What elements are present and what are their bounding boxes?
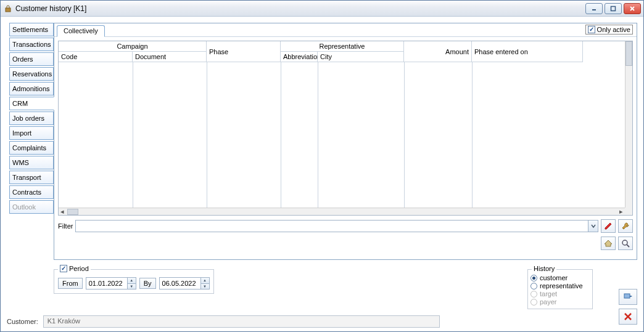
sidebar-item-label: CRM xyxy=(12,100,28,107)
history-group: History customer representative target p… xyxy=(527,269,593,309)
data-grid: Campaign Phase Representative Amount Pha… xyxy=(58,41,633,216)
window-title: Customer history [K1] xyxy=(15,4,86,13)
sidebar-item-transport[interactable]: Transport xyxy=(9,171,54,184)
sidebar-item-label: Reservations xyxy=(12,70,52,78)
svg-rect-0 xyxy=(6,8,10,12)
filter-row: Filter xyxy=(58,219,633,233)
sidebar-item-label: WMS xyxy=(12,159,29,166)
period-legend-label: Period xyxy=(69,265,89,272)
col-city[interactable]: City xyxy=(318,52,404,62)
sidebar-item-complaints[interactable]: Complaints xyxy=(9,141,54,155)
radio-icon xyxy=(530,299,537,306)
sidebar-item-import[interactable]: Import xyxy=(9,126,54,140)
only-active-checkbox[interactable]: Only active xyxy=(585,25,633,34)
pencil-icon xyxy=(604,222,613,230)
col-group-representative[interactable]: Representative xyxy=(281,41,404,52)
grid-body[interactable] xyxy=(59,62,625,208)
by-date-value: 06.05.2022 xyxy=(162,280,196,287)
customer-label: Customer: xyxy=(7,318,38,325)
col-code[interactable]: Code xyxy=(59,52,133,62)
sidebar-item-job-orders[interactable]: Job orders xyxy=(9,111,54,125)
sidebar-item-label: Contracts xyxy=(12,188,41,196)
radio-label: payer xyxy=(540,298,557,306)
sidebar-item-label: Settlements xyxy=(12,26,48,33)
scroll-corner xyxy=(625,208,632,215)
history-radio-representative[interactable]: representative xyxy=(530,282,590,289)
col-phase-entered[interactable]: Phase entered on xyxy=(472,41,583,62)
close-icon xyxy=(624,312,632,321)
close-button[interactable] xyxy=(624,3,641,14)
col-group-campaign[interactable]: Campaign xyxy=(59,41,207,52)
home-icon xyxy=(604,239,613,248)
from-spinner[interactable]: ▲▼ xyxy=(127,278,136,289)
history-radio-target: target xyxy=(530,290,590,298)
svg-point-5 xyxy=(622,240,627,245)
only-active-label: Only active xyxy=(597,26,630,33)
sidebar-item-label: Import xyxy=(12,129,31,137)
search-button[interactable] xyxy=(618,237,633,250)
by-date-input[interactable]: 06.05.2022 ▲▼ xyxy=(159,277,210,289)
col-document[interactable]: Document xyxy=(133,52,207,62)
main-panel: Collectively Only active Campaign Phase … xyxy=(54,23,637,260)
sidebar-item-orders[interactable]: Orders xyxy=(9,52,54,66)
by-spinner[interactable]: ▲▼ xyxy=(200,278,209,289)
from-button[interactable]: From xyxy=(58,278,83,289)
history-legend: History xyxy=(532,265,556,272)
sidebar-item-crm[interactable]: CRM xyxy=(9,97,54,110)
sidebar-item-label: Orders xyxy=(12,55,33,63)
sidebar-item-transactions[interactable]: Transactions xyxy=(9,38,54,51)
filter-settings-button[interactable] xyxy=(618,219,633,233)
checkbox-icon xyxy=(588,26,595,33)
tab-collectively[interactable]: Collectively xyxy=(57,25,105,37)
filter-label: Filter xyxy=(58,222,73,230)
svg-rect-2 xyxy=(611,6,616,10)
sidebar-item-label: Outlook xyxy=(12,203,36,211)
lock-icon xyxy=(3,4,13,14)
scroll-right-icon[interactable]: ▸ xyxy=(617,208,625,216)
period-group: Period From 01.01.2022 ▲▼ By 06.05.2022 … xyxy=(54,269,214,294)
customer-row: Customer: K1 Kraków xyxy=(7,315,440,328)
radio-icon xyxy=(530,275,537,281)
pin-button[interactable] xyxy=(619,289,637,305)
svg-line-6 xyxy=(627,245,629,247)
customer-input[interactable]: K1 Kraków xyxy=(43,315,440,328)
col-abbreviation[interactable]: Abbreviation xyxy=(281,52,318,62)
tab-label: Collectively xyxy=(64,27,98,34)
customer-value: K1 Kraków xyxy=(47,317,80,325)
sidebar-item-settlements[interactable]: Settlements xyxy=(9,23,54,36)
close-panel-button[interactable] xyxy=(619,309,637,325)
minimize-button[interactable] xyxy=(585,3,603,14)
radio-icon xyxy=(530,283,537,289)
vertical-scrollbar[interactable] xyxy=(625,41,632,208)
maximize-button[interactable] xyxy=(605,3,622,14)
from-date-value: 01.01.2022 xyxy=(89,280,123,287)
sidebar-item-wms[interactable]: WMS xyxy=(9,156,54,169)
action-buttons xyxy=(601,237,633,250)
chevron-down-icon[interactable] xyxy=(588,221,598,232)
col-amount[interactable]: Amount xyxy=(404,41,472,62)
col-phase[interactable]: Phase xyxy=(207,41,281,62)
period-checkbox[interactable]: Period xyxy=(58,265,91,272)
grid-header: Campaign Phase Representative Amount Pha… xyxy=(59,41,632,62)
sidebar-item-label: Transport xyxy=(12,174,41,181)
checkbox-icon xyxy=(60,265,67,272)
titlebar: Customer history [K1] xyxy=(1,1,643,17)
history-radio-customer[interactable]: customer xyxy=(530,274,590,281)
scroll-left-icon[interactable]: ◂ xyxy=(59,208,66,216)
tab-strip: Collectively Only active xyxy=(54,23,637,37)
home-button[interactable] xyxy=(601,237,616,250)
sidebar-item-label: Transactions xyxy=(12,41,51,48)
sidebar-item-label: Job orders xyxy=(12,115,44,122)
sidebar-item-label: Admonitions xyxy=(12,85,50,92)
horizontal-scrollbar[interactable]: ◂ ▸ xyxy=(59,208,625,215)
by-button[interactable]: By xyxy=(139,278,156,289)
sidebar-item-reservations[interactable]: Reservations xyxy=(9,67,54,81)
filter-input[interactable] xyxy=(75,220,598,232)
sidebar-item-admonitions[interactable]: Admonitions xyxy=(9,82,54,95)
radio-label: representative xyxy=(540,282,583,289)
svg-rect-7 xyxy=(624,294,630,298)
from-date-input[interactable]: 01.01.2022 ▲▼ xyxy=(86,277,136,289)
filter-edit-button[interactable] xyxy=(601,219,616,233)
sidebar-item-contracts[interactable]: Contracts xyxy=(9,185,54,199)
sidebar-item-outlook[interactable]: Outlook xyxy=(9,200,54,214)
